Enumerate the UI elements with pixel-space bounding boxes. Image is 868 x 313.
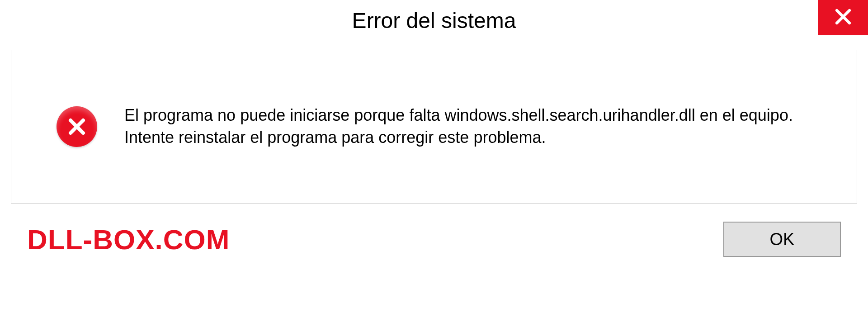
watermark-text: DLL-BOX.COM [27,223,230,256]
dialog-title: Error del sistema [352,8,516,33]
titlebar: Error del sistema [0,0,868,41]
error-message: El programa no puede iniciarse porque fa… [124,104,802,148]
dialog-footer: DLL-BOX.COM OK [0,204,868,257]
close-button[interactable] [818,0,868,35]
close-icon [834,7,853,28]
error-icon [57,106,97,147]
dialog-content: El programa no puede iniciarse porque fa… [11,50,857,204]
ok-button[interactable]: OK [723,222,841,257]
